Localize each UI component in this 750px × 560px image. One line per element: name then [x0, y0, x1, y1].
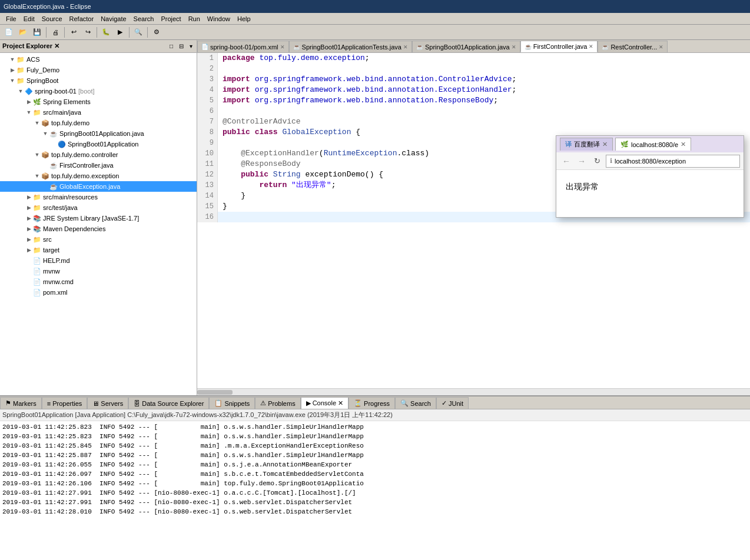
menu-help[interactable]: Help [234, 15, 254, 22]
bottom-tab-servers[interactable]: 🖥 Servers [87, 397, 128, 409]
toolbar-run[interactable]: ▶ [114, 26, 127, 39]
expand-first-controller[interactable] [41, 162, 49, 168]
tree-item-src-main-java[interactable]: ▼ 📁 src/main/java [0, 107, 197, 118]
tree-item-help-md[interactable]: 📄 HELP.md [0, 255, 197, 266]
browser-tab-localhost[interactable]: 🌿 localhost:8080/e ✕ [615, 138, 691, 151]
tree-item-springboot01app-java[interactable]: ▼ ☕ SpringBoot01Application.java [0, 128, 197, 139]
menu-source[interactable]: Source [38, 15, 66, 22]
tree-item-pkg-top-fuly-demo[interactable]: ▼ 📦 top.fuly.demo [0, 118, 197, 128]
tree-item-maven-deps[interactable]: ▶ 📚 Maven Dependencies [0, 224, 197, 234]
toolbar-new[interactable]: 📄 [2, 26, 15, 39]
toolbar-search[interactable]: 🔍 [132, 26, 145, 39]
tree-item-mvnw-cmd[interactable]: 📄 mvnw.cmd [0, 276, 197, 287]
toolbar-open[interactable]: 📂 [16, 26, 29, 39]
menu-edit[interactable]: Edit [20, 15, 38, 22]
toolbar-redo[interactable]: ↪ [81, 26, 94, 39]
tab-first-controller[interactable]: ☕ FirstController.java ✕ [520, 41, 598, 52]
browser-refresh-button[interactable]: ↻ [590, 155, 603, 168]
bottom-tab-console[interactable]: ▶ Console ✕ [301, 397, 349, 409]
expand-pkg-top-fuly-demo[interactable]: ▼ [33, 120, 41, 126]
tab-app[interactable]: ☕ SpringBoot01Application.java ✕ [412, 41, 520, 52]
bottom-tab-progress[interactable]: ⏳ Progress [349, 397, 395, 409]
expand-fuly-demo[interactable]: ▶ [8, 67, 16, 73]
bottom-tab-properties[interactable]: ≡ Properties [42, 397, 88, 409]
expand-src[interactable]: ▶ [25, 236, 33, 242]
toolbar-debug[interactable]: 🐛 [99, 26, 112, 39]
tree-item-first-controller[interactable]: ☕ FirstController.java [0, 160, 197, 171]
tree-item-springboot[interactable]: ▼ 📁 SpringBoot [0, 75, 197, 86]
expand-mvnw[interactable] [25, 268, 33, 274]
tree-item-global-exception[interactable]: ☕ GlobalException.java [0, 181, 197, 192]
tree-item-pkg-exception[interactable]: ▼ 📦 top.fuly.demo.exception [0, 171, 197, 181]
expand-global-exception[interactable] [41, 184, 49, 189]
menu-refactor[interactable]: Refactor [66, 15, 98, 22]
expand-jre[interactable]: ▶ [25, 215, 33, 221]
tree-item-fuly-demo[interactable]: ▶ 📁 Fuly_Demo [0, 65, 197, 75]
menu-window[interactable]: Window [204, 15, 234, 22]
tree-item-jre[interactable]: ▶ 📚 JRE System Library [JavaSE-1.7] [0, 213, 197, 224]
expand-acs[interactable]: ▼ [8, 56, 16, 62]
expand-maven-deps[interactable]: ▶ [25, 226, 33, 232]
menu-search[interactable]: Search [130, 15, 158, 22]
browser-forward-button[interactable]: → [575, 155, 588, 168]
tree-item-target[interactable]: ▶ 📁 target [0, 245, 197, 255]
browser-tab-baidu[interactable]: 译 百度翻译 ✕ [560, 138, 613, 151]
toolbar-undo[interactable]: ↩ [67, 26, 80, 39]
expand-src-main-java[interactable]: ▼ [25, 109, 33, 115]
tree-item-spring-boot-01[interactable]: ▼ 🔷 spring-boot-01 [boot] [0, 86, 197, 96]
bottom-tab-datasource[interactable]: 🗄 Data Source Explorer [128, 397, 209, 409]
expand-springboot01app-class[interactable] [49, 141, 58, 147]
tab-close-first-controller[interactable]: ✕ [589, 44, 593, 49]
expand-springboot[interactable]: ▼ [8, 78, 16, 84]
panel-maximize[interactable]: ⊟ [177, 42, 185, 50]
tab-close-pom[interactable]: ✕ [280, 44, 285, 50]
menu-run[interactable]: Run [185, 15, 204, 22]
browser-tab-localhost-close[interactable]: ✕ [681, 141, 686, 148]
tree-item-pkg-controller[interactable]: ▼ 📦 top.fuly.demo.controller [0, 149, 197, 160]
browser-tab-baidu-close[interactable]: ✕ [602, 141, 608, 148]
tab-app-tests[interactable]: ☕ SpringBoot01ApplicationTests.java ✕ [289, 41, 412, 52]
expand-spring-boot-01[interactable]: ▼ [16, 88, 25, 94]
browser-url-bar[interactable]: ℹ localhost:8080/exception [606, 155, 740, 168]
tree-item-pom-xml[interactable]: 📄 pom.xml [0, 287, 197, 298]
panel-minimize[interactable]: □ [168, 42, 175, 50]
tree-item-src[interactable]: ▶ 📁 src [0, 234, 197, 245]
expand-pom-xml[interactable] [25, 289, 33, 295]
bottom-tab-markers[interactable]: ⚑ Markers [0, 397, 42, 409]
menu-project[interactable]: Project [157, 15, 184, 22]
expand-springboot01app-java[interactable]: ▼ [41, 131, 49, 136]
bottom-tab-problems[interactable]: ⚠ Problems [255, 397, 300, 409]
expand-pkg-exception[interactable]: ▼ [33, 173, 41, 179]
bottom-tab-junit[interactable]: ✓ JUnit [436, 397, 469, 409]
expand-src-test-java[interactable]: ▶ [25, 205, 33, 211]
bottom-tab-snippets[interactable]: 📋 Snippets [209, 397, 255, 409]
menu-navigate[interactable]: Navigate [97, 15, 130, 22]
browser-back-button[interactable]: ← [560, 155, 573, 168]
tree-item-springboot01app-class[interactable]: 🔵 SpringBoot01Application [0, 139, 197, 149]
tab-close-app[interactable]: ✕ [512, 44, 516, 50]
expand-mvnw-cmd[interactable] [25, 279, 33, 285]
expand-help-md[interactable] [25, 258, 33, 264]
tree-item-acs[interactable]: ▼ 📁 ACS [0, 54, 197, 65]
tree-item-spring-elements[interactable]: ▶ 🌿 Spring Elements [0, 96, 197, 107]
panel-close[interactable]: ▾ [188, 42, 194, 50]
expand-spring-elements[interactable]: ▶ [25, 99, 33, 105]
tab-rest-controller[interactable]: ☕ RestController... ✕ [598, 41, 668, 52]
toolbar-print[interactable]: 🖨 [49, 26, 62, 39]
toolbar-save[interactable]: 💾 [31, 26, 44, 39]
tree-item-src-main-resources[interactable]: ▶ 📁 src/main/resources [0, 192, 197, 202]
tree-item-src-test-java[interactable]: ▶ 📁 src/test/java [0, 202, 197, 213]
expand-src-main-resources[interactable]: ▶ [25, 194, 33, 200]
expand-target[interactable]: ▶ [25, 247, 33, 253]
menu-file[interactable]: File [2, 15, 20, 22]
tab-close-rest-controller[interactable]: ✕ [659, 44, 663, 50]
tab-pom-xml[interactable]: 📄 spring-boot-01/pom.xml ✕ [197, 41, 289, 52]
toolbar-settings[interactable]: ⚙ [150, 26, 163, 39]
expand-pkg-controller[interactable]: ▼ [33, 152, 41, 158]
tab-close-app-tests[interactable]: ✕ [403, 44, 408, 50]
bottom-tab-search[interactable]: 🔍 Search [395, 397, 436, 409]
code-editor[interactable]: 1 package top.fuly.demo.exception; 2 3 i… [197, 53, 750, 388]
console-area[interactable]: 2019-03-01 11:42:25.823 INFO 5492 --- [ … [0, 421, 750, 560]
horizontal-scrollbar[interactable] [197, 388, 750, 395]
tree-item-mvnw[interactable]: 📄 mvnw [0, 266, 197, 276]
